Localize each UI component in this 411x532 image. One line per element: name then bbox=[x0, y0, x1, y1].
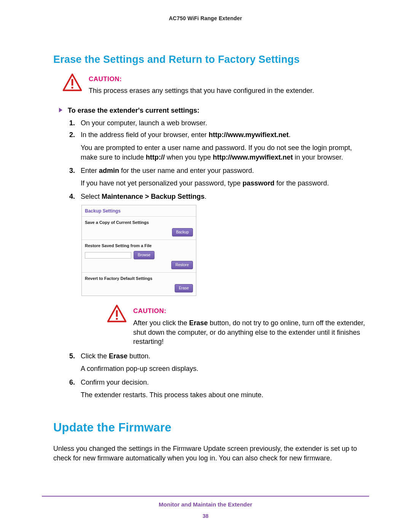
svg-rect-2 bbox=[72, 87, 73, 89]
step-number: 1. bbox=[69, 118, 75, 128]
step-4: 4. Select Maintenance > Backup Settings.… bbox=[69, 192, 369, 346]
step-detail: If you have not yet personalized your pa… bbox=[81, 179, 369, 188]
caution-label: CAUTION: bbox=[89, 75, 314, 83]
backup-settings-screenshot: Backup Settings Save a Copy of Current S… bbox=[81, 205, 196, 296]
step-number: 5. bbox=[69, 351, 75, 361]
step-number: 2. bbox=[69, 130, 75, 140]
step-1: 1. On your computer, launch a web browse… bbox=[69, 118, 369, 128]
caution-body: This process erases any settings that yo… bbox=[89, 86, 314, 95]
svg-rect-4 bbox=[116, 310, 118, 316]
step-number: 6. bbox=[69, 378, 75, 387]
step-5: 5. Click the Erase button. A confirmatio… bbox=[69, 351, 369, 374]
triangle-bullet-icon bbox=[59, 108, 62, 112]
procedure-steps: 1. On your computer, launch a web browse… bbox=[69, 118, 369, 400]
file-input[interactable] bbox=[85, 252, 131, 259]
revert-section: Revert to Factory Default Settings Erase bbox=[82, 272, 196, 295]
save-copy-section: Save a Copy of Current Settings Backup bbox=[82, 216, 196, 239]
step-6: 6. Confirm your decision. The extender r… bbox=[69, 378, 369, 400]
caution-block-2: CAUTION: After you click the Erase butto… bbox=[107, 304, 369, 347]
warning-icon bbox=[63, 73, 82, 94]
caution-block-1: CAUTION: This process erases any setting… bbox=[63, 73, 369, 95]
section-title-update-firmware: Update the Firmware bbox=[53, 421, 369, 435]
warning-icon bbox=[107, 304, 126, 326]
step-text: In the address field of your browser, en… bbox=[81, 131, 209, 139]
caution-body: After you click the Erase button, do not… bbox=[133, 318, 369, 346]
step-number: 3. bbox=[69, 166, 75, 176]
step-text: On your computer, launch a web browser. bbox=[81, 119, 207, 127]
browse-button[interactable]: Browse bbox=[134, 251, 155, 259]
document-header: AC750 WiFi Range Extender bbox=[42, 15, 369, 21]
footer-chapter-title: Monitor and Maintain the Extender bbox=[42, 501, 369, 508]
panel-title: Backup Settings bbox=[82, 205, 196, 217]
step-text: Confirm your decision. bbox=[81, 379, 149, 386]
restore-button[interactable]: Restore bbox=[171, 261, 193, 269]
backup-button[interactable]: Backup bbox=[172, 228, 193, 236]
erase-button[interactable]: Erase bbox=[175, 284, 193, 292]
page-footer: Monitor and Maintain the Extender 38 bbox=[42, 496, 369, 519]
procedure-intro-text: To erase the extender's current settings… bbox=[68, 107, 199, 114]
restore-section: Restore Saved Setting from a File Browse… bbox=[82, 240, 196, 272]
step-detail: You are prompted to enter a user name an… bbox=[81, 143, 369, 162]
restore-label: Restore Saved Setting from a File bbox=[85, 243, 193, 249]
url-text: http://www.mywifiext.net bbox=[209, 131, 288, 139]
footer-page-number: 38 bbox=[42, 513, 369, 519]
save-copy-label: Save a Copy of Current Settings bbox=[85, 220, 193, 225]
step-detail: The extender restarts. This process take… bbox=[81, 390, 369, 400]
svg-rect-5 bbox=[116, 318, 118, 320]
footer-rule bbox=[42, 496, 369, 497]
document-page: AC750 WiFi Range Extender Erase the Sett… bbox=[0, 0, 411, 532]
step-2: 2. In the address field of your browser,… bbox=[69, 130, 369, 162]
step-detail: A confirmation pop-up screen displays. bbox=[81, 364, 369, 374]
revert-label: Revert to Factory Default Settings bbox=[85, 276, 193, 281]
caution-label: CAUTION: bbox=[133, 307, 369, 316]
step-number: 4. bbox=[69, 192, 75, 201]
section-body: Unless you changed the settings in the F… bbox=[53, 444, 369, 463]
svg-rect-1 bbox=[72, 79, 73, 86]
step-3: 3. Enter admin for the user name and ent… bbox=[69, 166, 369, 188]
procedure-intro: To erase the extender's current settings… bbox=[59, 107, 369, 115]
section-title-erase: Erase the Settings and Return to Factory… bbox=[53, 54, 369, 66]
